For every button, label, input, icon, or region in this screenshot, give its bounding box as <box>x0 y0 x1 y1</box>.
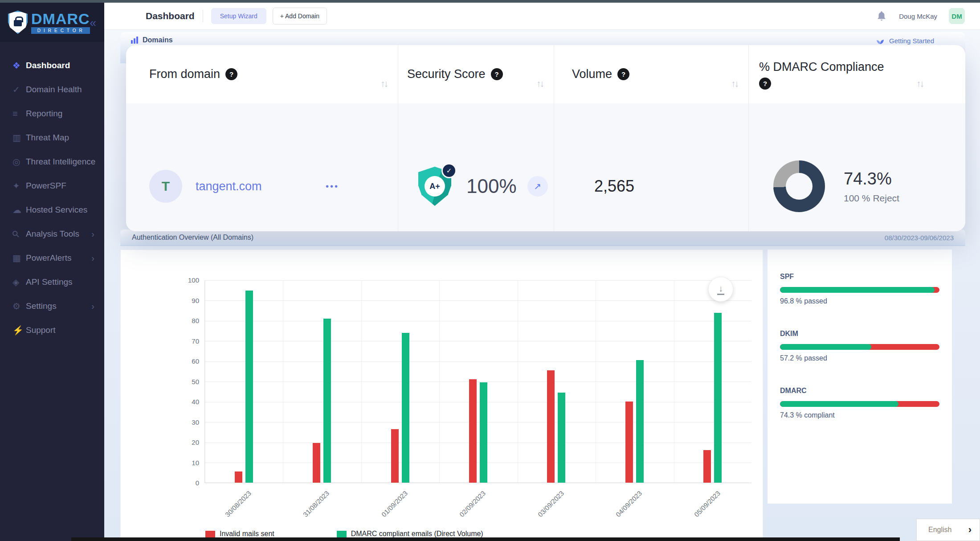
sidebar-item-reporting[interactable]: ≡ Reporting <box>0 102 104 126</box>
domains-table-card: From domain ? ↑↓ Security Score ? ↑↓ Vol… <box>126 45 965 231</box>
help-icon[interactable]: ? <box>491 68 503 80</box>
language-selector[interactable]: English › <box>916 519 980 541</box>
x-tick: 04/09/2023 <box>591 489 643 541</box>
brand-subtitle: DIRECTOR <box>31 27 90 34</box>
legend-item-invalid[interactable]: Invalid mails sent <box>205 530 274 538</box>
bell-icon[interactable] <box>876 10 887 22</box>
search-icon: ⚲ <box>12 229 26 239</box>
bar-invalid <box>469 379 477 483</box>
date-range[interactable]: 08/30/2023-09/06/2023 <box>885 234 954 242</box>
page-title: Dashboard <box>146 11 195 21</box>
sidebar-item-domain-health[interactable]: ✓ Domain Health <box>0 78 104 102</box>
download-chart-button[interactable]: ↓ <box>708 277 733 302</box>
bar-invalid <box>547 370 555 483</box>
target-icon: ◎ <box>12 156 26 167</box>
row-menu-icon[interactable]: ••• <box>326 181 339 192</box>
bar-invalid <box>313 443 320 483</box>
auth-summary-panel: SPF 96.8 % passed DKIM 57.2 % passed DMA… <box>768 250 952 504</box>
getting-started-link[interactable]: Getting Started <box>876 36 934 45</box>
legend-item-compliant[interactable]: DMARC compliant emails (Direct Volume) <box>337 530 483 538</box>
dmarc-summary: DMARC 74.3 % compliant <box>780 387 939 419</box>
auth-overview-section-header: Authentication Overview (All Domains) 08… <box>120 230 965 246</box>
bar-compliant <box>480 382 487 483</box>
chevron-right-icon: › <box>91 301 94 311</box>
chevron-right-icon: › <box>91 253 94 263</box>
chevron-right-icon: › <box>968 524 972 536</box>
bar-compliant <box>558 393 565 483</box>
spf-summary: SPF 96.8 % passed <box>780 273 939 305</box>
green-swatch-icon <box>337 531 347 537</box>
setup-wizard-button[interactable]: Setup Wizard <box>211 8 266 24</box>
y-tick: 0 <box>161 479 199 487</box>
chevron-right-icon: › <box>91 229 94 239</box>
sort-icon[interactable]: ↑↓ <box>536 78 543 89</box>
security-grade-shield-icon: A+ ✓ <box>418 167 451 206</box>
sidebar-item-settings[interactable]: ⚙ Settings › <box>0 294 104 318</box>
column-header-dmarc-compliance: % DMARC Compliance ? ↑↓ <box>748 45 965 103</box>
topbar: Dashboard Setup Wizard + Add Domain Doug… <box>104 3 980 30</box>
table-row: T tangent.com ••• A+ ✓ 100% ↗ 2,565 74.3… <box>126 103 965 231</box>
x-tick: 05/09/2023 <box>669 489 722 541</box>
trend-up-icon[interactable]: ↗ <box>527 176 548 197</box>
dkim-summary: DKIM 57.2 % passed <box>780 330 939 362</box>
sidebar-item-poweralerts[interactable]: ▦ PowerAlerts › <box>0 246 104 270</box>
y-tick: 100 <box>161 276 199 284</box>
auth-overview-chart-card: ↓ 100 90 80 70 60 50 40 30 20 10 0 30/08… <box>120 250 763 541</box>
sort-icon[interactable]: ↑↓ <box>380 78 387 89</box>
bar-chart-plot <box>204 280 751 483</box>
y-tick: 20 <box>161 439 199 446</box>
language-label: English <box>928 526 951 534</box>
bar-invalid <box>391 429 399 483</box>
bar-invalid <box>235 471 242 483</box>
download-icon: ↓ <box>719 284 723 293</box>
help-icon[interactable]: ? <box>617 68 629 80</box>
avatar[interactable]: DM <box>949 8 965 24</box>
sidebar-item-analysis-tools[interactable]: ⚲ Analysis Tools › <box>0 222 104 246</box>
logo: DMARC DIRECTOR « <box>0 3 104 42</box>
y-tick: 10 <box>161 459 199 467</box>
y-tick: 30 <box>161 418 199 426</box>
sidebar-item-dashboard[interactable]: ❖ Dashboard <box>0 53 104 78</box>
report-lines-icon: ≡ <box>12 109 26 119</box>
chart-legend: Invalid mails sent DMARC compliant email… <box>205 530 483 538</box>
sidebar-item-hosted-services[interactable]: ☁ Hosted Services <box>0 198 104 222</box>
sidebar-item-threat-map[interactable]: ▥ Threat Map <box>0 126 104 150</box>
sort-icon[interactable]: ↑↓ <box>916 78 923 89</box>
cloud-icon: ☁ <box>12 205 26 215</box>
table-header-row: From domain ? ↑↓ Security Score ? ↑↓ Vol… <box>126 45 965 103</box>
domain-link[interactable]: tangent.com <box>196 180 262 193</box>
compliance-percent: 74.3% <box>844 169 899 189</box>
logo-shield-lock-icon <box>8 11 28 34</box>
volume-value: 2,565 <box>554 103 748 231</box>
bolt-icon: ⚡ <box>12 325 26 336</box>
y-tick: 70 <box>161 337 199 345</box>
verified-check-icon: ✓ <box>441 163 457 178</box>
x-tick: 03/09/2023 <box>513 489 565 541</box>
help-icon[interactable]: ? <box>225 68 237 80</box>
sidebar-item-threat-intelligence[interactable]: ◎ Threat Intelligence <box>0 150 104 174</box>
spf-progress-bar <box>780 287 939 293</box>
add-domain-button[interactable]: + Add Domain <box>273 8 327 25</box>
toggles-icon: ⚙ <box>12 301 26 311</box>
sidebar-collapse-icon[interactable]: « <box>90 16 96 30</box>
compliance-note: 100 % Reject <box>844 193 899 204</box>
grid-icon: ▦ <box>12 253 26 263</box>
column-header-from-domain: From domain ? ↑↓ <box>126 45 398 103</box>
column-header-volume: Volume ? ↑↓ <box>554 45 748 103</box>
sidebar-item-support[interactable]: ⚡ Support <box>0 318 104 342</box>
sidebar-item-api-settings[interactable]: ◈ API Settings <box>0 270 104 294</box>
map-icon: ▥ <box>12 132 26 143</box>
help-icon[interactable]: ? <box>759 78 771 90</box>
plant-icon <box>876 36 885 45</box>
cluster-icon: ✦ <box>12 180 26 191</box>
dkim-progress-bar <box>780 344 939 350</box>
sort-icon[interactable]: ↑↓ <box>731 78 738 89</box>
y-tick: 90 <box>161 297 199 304</box>
shield-check-icon: ✓ <box>12 84 26 95</box>
user-name[interactable]: Doug McKay <box>899 12 937 20</box>
y-tick: 40 <box>161 398 199 406</box>
sidebar-item-powerspf[interactable]: ✦ PowerSPF <box>0 174 104 198</box>
window-bottom-edge <box>71 537 900 541</box>
domain-initial-avatar: T <box>149 170 182 203</box>
bar-invalid <box>703 450 711 483</box>
